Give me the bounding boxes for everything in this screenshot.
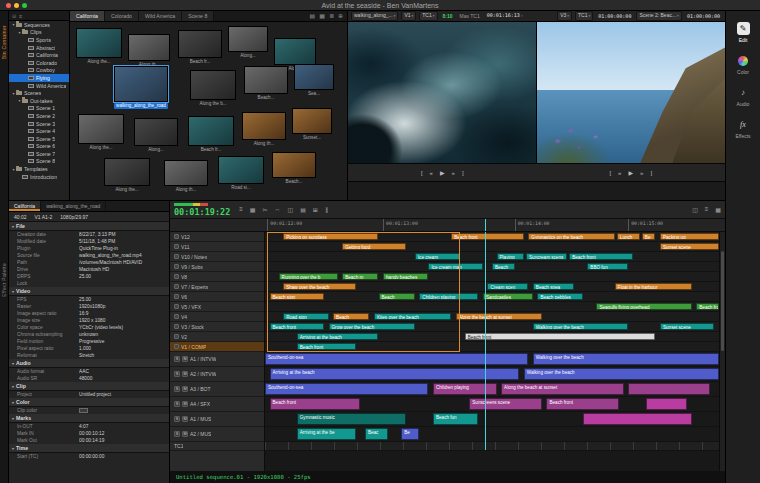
section-header[interactable]: ▾Video	[9, 287, 169, 296]
record-toggle-icon[interactable]	[174, 314, 179, 319]
record-monitor[interactable]	[537, 22, 725, 163]
trim-icon[interactable]: ↔	[275, 206, 281, 213]
track-header[interactable]: V12	[170, 232, 264, 242]
close-window-button[interactable]	[6, 3, 11, 8]
menu-icon[interactable]: ≡	[19, 13, 22, 19]
grid-icon[interactable]: ▦	[715, 206, 721, 213]
tree-item[interactable]: Scene 4	[9, 127, 69, 135]
bin-clip[interactable]: Beach fr...	[188, 116, 234, 153]
bin-tab-california[interactable]: California	[70, 11, 105, 21]
track-header[interactable]: SMA3 / BOT	[170, 382, 264, 397]
source-control[interactable]: TC1▾	[419, 11, 437, 21]
record-toggle-icon[interactable]	[174, 274, 179, 279]
solo-button[interactable]: S	[174, 386, 180, 392]
video-track-lane[interactable]: Road signBeachKites over the beachAlong …	[265, 312, 719, 322]
bin-clip[interactable]: walking_along_the_road	[114, 66, 168, 109]
timeline-clip[interactable]: Arriving at the beach	[270, 368, 520, 380]
track-header[interactable]: V3 / Stock	[170, 322, 264, 332]
mute-button[interactable]: M	[182, 416, 188, 422]
timeline-clip[interactable]	[646, 398, 687, 410]
video-track-lane[interactable]: Beach frontGrow over the beachWalking ov…	[265, 322, 719, 332]
timeline-clip[interactable]: Sunset scene	[660, 323, 714, 330]
record-control[interactable]: V3▾	[557, 11, 572, 21]
record-toggle-icon[interactable]	[174, 304, 179, 309]
record-toggle-icon[interactable]	[174, 244, 179, 249]
video-track-lane[interactable]: Beach signBeachChildren playingSandcastl…	[265, 292, 719, 302]
mute-button[interactable]: M	[182, 401, 188, 407]
frames-icon[interactable]: ▦	[319, 11, 325, 22]
workspace-color[interactable]: Color	[726, 54, 760, 75]
timeline-clip[interactable]: Children playing	[419, 293, 478, 300]
tree-item[interactable]: Sports	[9, 36, 69, 44]
audio-track-lane[interactable]: Southend-on-seaWalking over the beach	[265, 352, 719, 367]
mute-button[interactable]: M	[182, 386, 188, 392]
timeline-clip[interactable]: Along the beach at sunset	[456, 313, 542, 320]
timeline-clip[interactable]: Arriving at the beach	[297, 333, 379, 340]
timeline-clip[interactable]: Southend-on-sea	[265, 353, 528, 365]
mute-button[interactable]: M	[182, 371, 188, 377]
clip-color-swatch[interactable]	[79, 408, 88, 413]
track-header[interactable]: SMA4 / SFX	[170, 397, 264, 412]
timeline-clip[interactable]: Beach m	[342, 273, 378, 280]
record-control[interactable]: TC1▾	[575, 11, 593, 21]
bin-clip[interactable]: Along the...	[76, 28, 122, 65]
timeline-clip[interactable]: Picking on sunglass	[283, 233, 378, 240]
tree-item[interactable]: Introduction	[9, 173, 69, 181]
zoom-window-button[interactable]	[22, 3, 27, 8]
section-header[interactable]: ▾Time	[9, 444, 169, 453]
audio-track-lane[interactable]: Beach frontSunscreens sceneBeach front	[265, 397, 719, 412]
tree-item[interactable]: ▾Scenes	[9, 89, 69, 97]
segment-icon[interactable]: ◫	[288, 206, 294, 213]
timeline-clip[interactable]: Walking over the beach	[533, 353, 719, 365]
source-control[interactable]: walking_along_...▾	[351, 11, 398, 21]
source-monitor[interactable]	[348, 22, 536, 163]
play-icon[interactable]: ▶	[628, 169, 633, 176]
timeline-clip[interactable]: Seagulls flying overhead	[596, 303, 691, 310]
record-toggle-icon[interactable]	[174, 344, 179, 349]
track-header[interactable]: SMA2 / MUS	[170, 427, 264, 442]
menu-icon[interactable]: ≡	[705, 206, 709, 213]
timeline-clip[interactable]: Kites over the beach	[374, 313, 451, 320]
timeline-clip[interactable]: Beach front	[297, 343, 356, 350]
inspector-tab[interactable]: California	[9, 201, 41, 211]
cut-icon[interactable]: ✂	[262, 206, 267, 213]
tree-item[interactable]: Scene 7	[9, 150, 69, 158]
tree-item[interactable]: Scene 6	[9, 143, 69, 151]
mark-in-icon[interactable]: [	[421, 170, 423, 176]
timeline-clip[interactable]: Beach pebbles	[537, 293, 582, 300]
step-forward-icon[interactable]: »	[452, 170, 455, 176]
workspace-effects[interactable]: fxEffects	[726, 118, 760, 139]
track-header[interactable]: V10 / Notes	[170, 252, 264, 262]
bin-clip[interactable]: Beach...	[244, 66, 288, 101]
timeline-clip[interactable]: Lunch	[617, 233, 640, 240]
record-toggle-icon[interactable]	[174, 264, 179, 269]
minimize-window-button[interactable]	[14, 3, 19, 8]
text-icon[interactable]: ≣	[329, 11, 334, 22]
bin-tab-scene-8[interactable]: Scene 8	[182, 11, 214, 21]
section-header[interactable]: ▾Clip	[9, 382, 169, 391]
record-toggle-icon[interactable]	[174, 324, 179, 329]
track-header[interactable]: V1 / COMP	[170, 342, 264, 352]
lift-icon[interactable]: ▤	[300, 206, 306, 213]
timeline-clip[interactable]: Beach	[379, 293, 415, 300]
source-control[interactable]: V1▾	[401, 11, 416, 21]
solo-button[interactable]: S	[174, 356, 180, 362]
menu-icon[interactable]: ≡	[239, 206, 243, 213]
timeline-clip[interactable]: Ice cream man	[428, 263, 482, 270]
step-forward-icon[interactable]: »	[640, 170, 643, 176]
bin-clip[interactable]: Beach...	[272, 152, 316, 185]
timeline-clip[interactable]: Beach fun	[433, 413, 478, 425]
track-header[interactable]: TC1	[170, 442, 264, 451]
search-icon[interactable]: ⊙	[12, 13, 16, 19]
film-icon[interactable]: ▤	[310, 11, 316, 22]
overwrite-icon[interactable]: ⊞	[313, 206, 318, 213]
timeline-clip[interactable]: Along the beach at sunset	[501, 383, 624, 395]
mute-button[interactable]: M	[182, 356, 188, 362]
timeline-clip[interactable]: Playing	[497, 253, 524, 260]
timeline-clip[interactable]: Getting food	[342, 243, 406, 250]
timeline-clip[interactable]	[583, 413, 692, 425]
timeline-clip[interactable]: Packing up	[660, 233, 719, 240]
settings-icon[interactable]: ⊕	[338, 11, 343, 22]
track-header[interactable]: V2	[170, 332, 264, 342]
play-icon[interactable]: ▶	[440, 169, 445, 176]
